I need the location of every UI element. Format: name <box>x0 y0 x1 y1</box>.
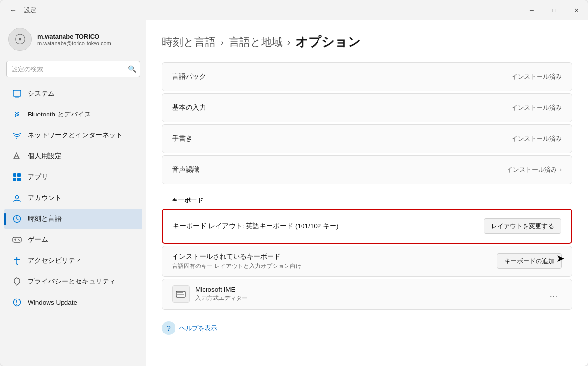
sidebar-label-gaming: ゲーム <box>28 235 48 244</box>
help-link[interactable]: ヘルプを表示 <box>179 324 217 333</box>
gaming-icon <box>12 235 22 245</box>
settings-section: 言語パック インストール済み 基本の入力 インストール済み 手書き イ <box>146 62 588 310</box>
keyboard-section-header: キーボード <box>162 186 572 209</box>
search-box: 🔍 <box>6 61 140 77</box>
sidebar-item-system[interactable]: システム <box>4 83 142 104</box>
handwriting-label: 手書き <box>172 134 192 143</box>
user-profile: ☉ m.watanabe TORICO m.watanabe@torico-to… <box>0 20 146 61</box>
svg-rect-3 <box>13 173 16 177</box>
titlebar-left: ← 設定 <box>6 3 36 17</box>
sidebar-item-privacy[interactable]: プライバシーとセキュリティ <box>4 271 142 292</box>
svg-point-7 <box>16 196 19 199</box>
sidebar-label-accounts: アカウント <box>28 194 62 202</box>
apps-icon <box>12 172 22 182</box>
svg-rect-17 <box>179 292 181 293</box>
svg-rect-18 <box>181 292 183 293</box>
svg-rect-4 <box>17 173 21 177</box>
sidebar-item-apps[interactable]: アプリ <box>4 167 142 187</box>
sidebar-item-time-language[interactable]: 時刻と言語 <box>4 209 142 229</box>
handwriting-row: 手書き インストール済み <box>162 124 572 153</box>
svg-rect-6 <box>17 178 21 181</box>
sidebar-label-accessibility: アクセシビリティ <box>28 256 82 265</box>
avatar-icon: ☉ <box>14 32 26 48</box>
help-icon: ? <box>162 321 175 335</box>
breadcrumb-part1: 時刻と言語 <box>162 35 216 50</box>
bluetooth-icon <box>12 110 22 119</box>
svg-point-11 <box>19 240 20 241</box>
installed-keyboards-subtitle: 言語固有のキー レイアウトと入力オプション向け <box>172 262 302 270</box>
speech-chevron-icon: › <box>560 166 562 173</box>
svg-point-12 <box>16 257 18 259</box>
privacy-icon <box>12 277 22 286</box>
installed-keyboards-row: インストールされているキーボード 言語固有のキー レイアウトと入力オプション向け… <box>162 246 572 277</box>
close-button[interactable]: ✕ <box>565 0 588 20</box>
windows-update-icon <box>12 298 22 307</box>
svg-rect-5 <box>13 178 16 181</box>
personalization-icon <box>12 151 22 161</box>
sidebar-label-personalization: 個人用設定 <box>28 152 62 161</box>
sidebar-item-accounts[interactable]: アカウント <box>4 188 142 208</box>
basic-input-label: 基本の入力 <box>172 103 206 112</box>
titlebar: ← 設定 ─ □ ✕ <box>0 0 588 20</box>
sidebar: ☉ m.watanabe TORICO m.watanabe@torico-to… <box>0 20 146 366</box>
system-icon <box>12 89 22 99</box>
minimize-button[interactable]: ─ <box>521 0 543 20</box>
sidebar-label-windows-update: Windows Update <box>28 299 77 306</box>
sidebar-label-privacy: プライバシーとセキュリティ <box>28 277 116 286</box>
svg-rect-0 <box>13 90 21 96</box>
keyboard-layout-label: キーボード レイアウト: 英語キーボード (101/102 キー) <box>173 222 339 231</box>
svg-point-14 <box>16 304 17 305</box>
search-icon[interactable]: 🔍 <box>128 65 136 73</box>
svg-rect-16 <box>177 292 179 293</box>
help-section: ? ヘルプを表示 <box>146 312 588 350</box>
content-area: 時刻と言語 › 言語と地域 › オプション 言語パック インストール済み 基本の… <box>146 20 588 366</box>
change-layout-button[interactable]: レイアウトを変更する <box>484 218 561 234</box>
user-email: m.watanabe@torico-tokyo.com <box>37 40 111 46</box>
breadcrumb-part3: オプション <box>295 33 361 50</box>
sidebar-item-windows-update[interactable]: Windows Update <box>4 292 142 313</box>
sidebar-item-accessibility[interactable]: アクセシビリティ <box>4 250 142 271</box>
sidebar-item-personalization[interactable]: 個人用設定 <box>4 146 142 166</box>
breadcrumb-part2: 言語と地域 <box>229 35 283 50</box>
search-input[interactable] <box>6 61 140 77</box>
user-info: m.watanabe TORICO m.watanabe@torico-toky… <box>37 33 111 46</box>
ime-row: Microsoft IME 入力方式エディター … <box>162 279 572 310</box>
basic-input-value: インストール済み <box>511 103 562 112</box>
svg-rect-19 <box>177 294 184 295</box>
sidebar-item-gaming[interactable]: ゲーム <box>4 230 142 250</box>
installed-keyboards-title: インストールされているキーボード <box>172 252 302 261</box>
sidebar-label-system: システム <box>28 89 55 98</box>
sidebar-item-bluetooth[interactable]: Bluetooth とデバイス <box>4 104 142 125</box>
sidebar-label-network: ネットワークとインターネット <box>28 131 123 140</box>
svg-point-2 <box>16 138 17 139</box>
accessibility-icon <box>12 256 22 266</box>
language-pack-value: インストール済み <box>511 72 562 81</box>
breadcrumb-sep2: › <box>287 36 291 48</box>
sidebar-label-time-language: 時刻と言語 <box>28 215 62 223</box>
sidebar-item-network[interactable]: ネットワークとインターネット <box>4 125 142 146</box>
svg-point-10 <box>18 239 19 240</box>
ime-icon <box>172 285 190 303</box>
sidebar-label-bluetooth: Bluetooth とデバイス <box>28 110 91 119</box>
titlebar-controls: ─ □ ✕ <box>521 0 588 20</box>
maximize-button[interactable]: □ <box>543 0 565 20</box>
ime-more-button[interactable]: … <box>545 287 562 301</box>
ime-left: Microsoft IME 入力方式エディター <box>172 285 248 303</box>
keyboard-layout-row: キーボード レイアウト: 英語キーボード (101/102 キー) レイアウトを… <box>162 209 572 244</box>
ime-info: Microsoft IME 入力方式エディター <box>195 286 248 302</box>
network-icon <box>12 131 22 140</box>
language-pack-row: 言語パック インストール済み <box>162 62 572 91</box>
breadcrumb-sep1: › <box>221 36 224 48</box>
add-keyboard-button[interactable]: キーボードの追加 <box>497 253 562 269</box>
ime-name: Microsoft IME <box>195 286 248 293</box>
time-language-icon <box>12 214 22 224</box>
speech-recognition-row[interactable]: 音声認識 インストール済み › <box>162 155 572 184</box>
speech-recognition-label: 音声認識 <box>172 166 199 174</box>
nav-list: システム Bluetooth とデバイス <box>0 83 146 313</box>
breadcrumb: 時刻と言語 › 言語と地域 › オプション <box>146 20 588 62</box>
back-button[interactable]: ← <box>6 3 20 17</box>
titlebar-title: 設定 <box>24 6 36 15</box>
main-layout: ☉ m.watanabe TORICO m.watanabe@torico-to… <box>0 20 588 366</box>
user-name: m.watanabe TORICO <box>37 33 111 40</box>
accounts-icon <box>12 193 22 203</box>
